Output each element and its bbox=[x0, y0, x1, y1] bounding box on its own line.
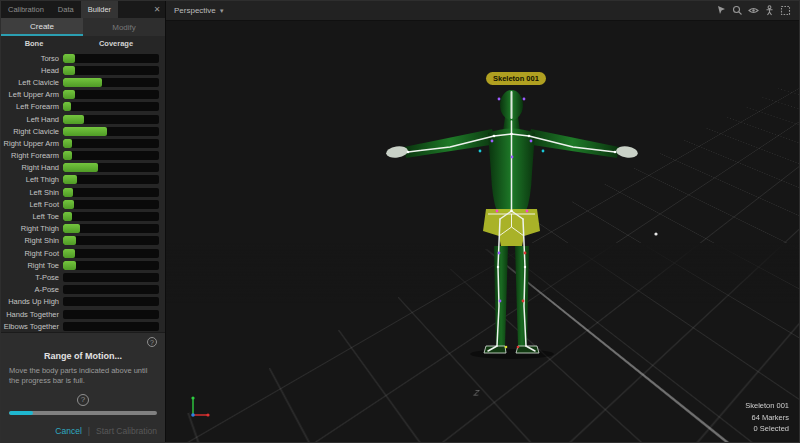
status-selected-count: 0 Selected bbox=[745, 423, 789, 434]
bone-row[interactable]: Torso bbox=[1, 52, 165, 64]
coverage-bar-track bbox=[63, 200, 159, 209]
coverage-bar-track bbox=[63, 139, 159, 148]
coverage-bar-fill bbox=[63, 78, 102, 87]
tab-data[interactable]: Data bbox=[51, 1, 81, 18]
coverage-bar-fill bbox=[63, 261, 76, 270]
bone-label: Right Shin bbox=[1, 236, 63, 245]
bone-row[interactable]: Left Hand bbox=[1, 113, 165, 125]
bone-label: Head bbox=[1, 66, 63, 75]
coverage-bar-track bbox=[63, 163, 159, 172]
coverage-bar-fill bbox=[63, 139, 72, 148]
selection-status: Skeleton 001 64 Markers 0 Selected bbox=[745, 400, 789, 434]
bone-label: Elbows Together bbox=[1, 322, 63, 331]
right-leg bbox=[515, 246, 529, 346]
coverage-bar-track bbox=[63, 273, 159, 282]
bone-row[interactable]: Right Foot bbox=[1, 247, 165, 259]
bone-row[interactable]: Right Shin bbox=[1, 235, 165, 247]
column-headers: Bone Coverage bbox=[1, 36, 165, 51]
bone-label: Right Hand bbox=[1, 163, 63, 172]
bone-row[interactable]: Left Toe bbox=[1, 210, 165, 222]
help-icon-secondary[interactable]: ? bbox=[77, 394, 89, 406]
view-selector[interactable]: Perspective ▼ bbox=[174, 6, 225, 15]
coverage-bar-fill bbox=[63, 90, 75, 99]
coverage-bar-fill bbox=[63, 249, 75, 258]
coverage-bar-track bbox=[63, 224, 159, 233]
cursor-icon[interactable] bbox=[716, 5, 727, 16]
bone-label: A-Pose bbox=[1, 285, 63, 294]
bone-row[interactable]: Right Clavicle bbox=[1, 125, 165, 137]
bone-row[interactable]: Left Thigh bbox=[1, 174, 165, 186]
bone-row[interactable]: Hands Up High bbox=[1, 296, 165, 308]
status-skeleton-name: Skeleton 001 bbox=[745, 400, 789, 411]
coverage-bar-track bbox=[63, 310, 159, 319]
skeleton-name-label: Skeleton 001 bbox=[486, 72, 546, 85]
eye-icon[interactable] bbox=[748, 5, 759, 16]
instruction-title: Range of Motion... bbox=[9, 351, 157, 361]
close-icon[interactable]: ✕ bbox=[149, 1, 165, 18]
left-arm bbox=[404, 129, 497, 158]
viewport-tool-icons bbox=[716, 5, 791, 16]
button-separator: | bbox=[88, 426, 90, 436]
bone-label: Hands Together bbox=[1, 310, 63, 319]
skeleton-icon[interactable] bbox=[764, 5, 775, 16]
coverage-bar-track bbox=[63, 54, 159, 63]
bone-row[interactable]: Right Hand bbox=[1, 162, 165, 174]
chevron-down-icon: ▼ bbox=[219, 8, 225, 14]
viewport-toolbar: Perspective ▼ bbox=[166, 1, 799, 21]
bone-row[interactable]: Right Forearm bbox=[1, 150, 165, 162]
coverage-bar-track bbox=[63, 188, 159, 197]
bone-row[interactable]: Right Upper Arm bbox=[1, 137, 165, 149]
bone-row[interactable]: Left Foot bbox=[1, 198, 165, 210]
coverage-bar-track bbox=[63, 236, 159, 245]
coverage-bar-fill bbox=[63, 163, 98, 172]
bone-label: Right Forearm bbox=[1, 151, 63, 160]
coverage-bar-fill bbox=[63, 102, 71, 111]
viewport-canvas[interactable]: Skeleton 001 Z Skeleton 001 64 Markers 0… bbox=[166, 21, 799, 442]
coverage-bar-fill bbox=[63, 200, 74, 209]
bone-label: Left Shin bbox=[1, 188, 63, 197]
bone-row[interactable]: Hands Together bbox=[1, 308, 165, 320]
bone-label: Left Clavicle bbox=[1, 78, 63, 87]
tab-calibration[interactable]: Calibration bbox=[1, 1, 51, 18]
bone-row[interactable]: A-Pose bbox=[1, 284, 165, 296]
start-calibration-button[interactable]: Start Calibration bbox=[96, 426, 157, 436]
bone-row[interactable]: Head bbox=[1, 64, 165, 76]
bone-row[interactable]: Right Toe bbox=[1, 259, 165, 271]
tab-builder[interactable]: Builder bbox=[81, 1, 118, 18]
bone-row[interactable]: Right Thigh bbox=[1, 223, 165, 235]
coverage-bar-fill bbox=[63, 151, 72, 160]
coverage-bar-track bbox=[63, 78, 159, 87]
bone-row[interactable]: Left Clavicle bbox=[1, 76, 165, 88]
bone-label: T-Pose bbox=[1, 273, 63, 282]
magnifier-icon[interactable] bbox=[732, 5, 743, 16]
coverage-bar-track bbox=[63, 212, 159, 221]
coverage-bar-track bbox=[63, 102, 159, 111]
bone-label: Hands Up High bbox=[1, 297, 63, 306]
coverage-bar-track bbox=[63, 322, 159, 331]
coverage-bar-fill bbox=[63, 54, 75, 63]
tab-create[interactable]: Create bbox=[1, 18, 83, 36]
bone-row[interactable]: Left Forearm bbox=[1, 101, 165, 113]
coverage-bar-track bbox=[63, 115, 159, 124]
bone-row[interactable]: Left Upper Arm bbox=[1, 89, 165, 101]
bone-coverage-list: TorsoHeadLeft ClavicleLeft Upper ArmLeft… bbox=[1, 51, 165, 332]
coverage-bar-fill bbox=[63, 212, 72, 221]
view-selector-label: Perspective bbox=[174, 6, 216, 15]
coverage-bar-fill bbox=[63, 224, 80, 233]
left-leg bbox=[494, 246, 508, 346]
bone-label: Left Forearm bbox=[1, 102, 63, 111]
bone-label: Left Thigh bbox=[1, 175, 63, 184]
marquee-icon[interactable] bbox=[780, 5, 791, 16]
bone-label: Right Toe bbox=[1, 261, 63, 270]
bone-row[interactable]: T-Pose bbox=[1, 271, 165, 283]
cancel-button[interactable]: Cancel bbox=[55, 426, 81, 436]
bone-row[interactable]: Elbows Together bbox=[1, 320, 165, 332]
column-coverage: Coverage bbox=[67, 39, 165, 48]
axis-gizmo bbox=[191, 396, 209, 416]
tab-modify[interactable]: Modify bbox=[83, 18, 165, 36]
coverage-bar-fill bbox=[63, 127, 107, 136]
bone-row[interactable]: Left Shin bbox=[1, 186, 165, 198]
coverage-bar-fill bbox=[63, 66, 75, 75]
help-icon[interactable]: ? bbox=[147, 337, 157, 347]
application-window: Calibration Data Builder ✕ Create Modify… bbox=[0, 0, 800, 443]
